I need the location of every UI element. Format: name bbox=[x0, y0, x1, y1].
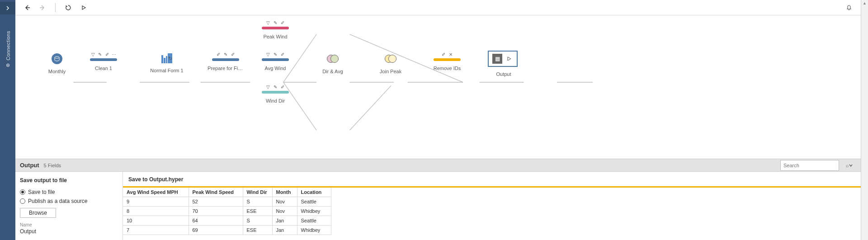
table-cell: ESE bbox=[243, 207, 272, 216]
bell-icon bbox=[846, 5, 852, 11]
panel-collapse-button[interactable] bbox=[845, 160, 856, 171]
sidebar-expand-toggle[interactable] bbox=[0, 2, 15, 14]
radio-icon bbox=[20, 189, 25, 195]
node-toolbar: ✐ ✎ ✐ bbox=[208, 52, 244, 57]
table-row[interactable]: 952SNovSeattle bbox=[123, 197, 331, 207]
column-header[interactable]: Location bbox=[297, 188, 331, 197]
node-toolbar: ▽ ✎ ✐ bbox=[262, 84, 289, 90]
arrow-left-icon bbox=[24, 5, 30, 11]
rename-icon: ✎ bbox=[272, 20, 278, 26]
more-icon: ⋯ bbox=[111, 52, 118, 57]
node-label: Dir & Avg bbox=[317, 69, 349, 74]
chevron-up-icon: ▲ bbox=[863, 1, 867, 5]
remove-icon: ✕ bbox=[448, 52, 454, 57]
column-header[interactable]: Wind Dir bbox=[243, 188, 272, 197]
panel-body: Save output to file Save to file Publish… bbox=[15, 172, 861, 240]
browse-button[interactable]: Browse bbox=[20, 208, 56, 218]
vertical-scrollbar[interactable]: ▲ bbox=[861, 0, 868, 240]
column-header[interactable]: Peak Wind Speed bbox=[189, 188, 243, 197]
node-toolbar: ▽ ✎ ✐ bbox=[262, 20, 289, 26]
output-panel: Output 5 Fields ⌕ Save output to file Sa… bbox=[15, 159, 861, 240]
toolbar bbox=[15, 0, 861, 15]
edit-icon: ✐ bbox=[104, 52, 110, 57]
preview-title: Save to Output.hyper bbox=[123, 172, 861, 186]
column-header[interactable]: Avg Wind Speed MPH bbox=[123, 188, 189, 197]
node-bar bbox=[90, 58, 117, 61]
node-label: Peak Wind bbox=[262, 34, 289, 39]
node-clean1[interactable]: ▽ ✎ ✐ ⋯ Clean 1 bbox=[90, 52, 117, 71]
node-dir-avg[interactable]: Dir & Avg bbox=[317, 53, 349, 74]
connections-sidebar: ⊕ Connections bbox=[0, 0, 15, 240]
filter-icon: ▽ bbox=[265, 20, 271, 26]
play-icon bbox=[81, 5, 86, 10]
column-header[interactable]: Month bbox=[272, 188, 297, 197]
filter-icon: ▽ bbox=[265, 84, 271, 90]
chevron-down-icon bbox=[849, 163, 853, 168]
node-bar bbox=[212, 58, 239, 61]
rename-icon: ✎ bbox=[222, 52, 229, 57]
node-label: Clean 1 bbox=[90, 66, 117, 71]
node-monthly[interactable]: Monthly bbox=[43, 53, 71, 74]
radio-save-to-file[interactable]: Save to file bbox=[20, 189, 118, 195]
node-wind-dir[interactable]: ▽ ✎ ✐ Wind Dir bbox=[262, 84, 289, 104]
table-row[interactable]: 870ESENovWhidbey bbox=[123, 207, 331, 216]
output-node-box: ▦ bbox=[488, 51, 518, 67]
edit-icon: ✐ bbox=[215, 52, 222, 57]
panel-title: Output bbox=[20, 162, 39, 169]
radio-label: Publish as a data source bbox=[28, 198, 87, 204]
table-cell: ESE bbox=[243, 226, 272, 235]
node-bar bbox=[262, 91, 289, 94]
node-prepare[interactable]: ✐ ✎ ✐ Prepare for Filt... bbox=[208, 52, 244, 71]
node-avg-wind[interactable]: ▽ ✎ ✐ Avg Wind bbox=[262, 52, 289, 71]
node-normal-form[interactable]: ↻ Normal Form 1 bbox=[149, 53, 185, 73]
radio-label: Save to file bbox=[28, 189, 55, 195]
node-peak-wind[interactable]: ▽ ✎ ✐ Peak Wind bbox=[262, 20, 289, 39]
rename-icon: ✎ bbox=[272, 84, 278, 90]
table-row[interactable]: 769ESEJanWhidbey bbox=[123, 226, 331, 235]
preview-table: Avg Wind Speed MPHPeak Wind SpeedWind Di… bbox=[123, 188, 331, 235]
output-config: Save output to file Save to file Publish… bbox=[15, 172, 123, 240]
forward-button[interactable] bbox=[37, 2, 48, 13]
table-cell: S bbox=[243, 216, 272, 226]
search-box[interactable]: ⌕ bbox=[780, 160, 839, 171]
node-label: Normal Form 1 bbox=[149, 68, 185, 73]
node-remove-ids[interactable]: ✐ ✕ Remove IDs bbox=[431, 52, 463, 71]
table-cell: 69 bbox=[189, 226, 243, 235]
table-cell: 8 bbox=[123, 207, 189, 216]
edit-icon: ✐ bbox=[279, 52, 286, 57]
refresh-icon bbox=[65, 5, 71, 11]
table-cell: 9 bbox=[123, 197, 189, 207]
name-field-label: Name bbox=[20, 222, 118, 227]
node-label: Prepare for Filt... bbox=[208, 66, 244, 71]
node-label: Remove IDs bbox=[431, 66, 463, 71]
radio-publish-data-source[interactable]: Publish as a data source bbox=[20, 198, 118, 204]
notifications-button[interactable] bbox=[844, 2, 854, 13]
arrow-right-icon bbox=[39, 5, 46, 11]
plus-icon: ⊕ bbox=[5, 63, 11, 67]
table-cell: 70 bbox=[189, 207, 243, 216]
edit-icon: ✐ bbox=[440, 52, 447, 57]
run-flow-button[interactable] bbox=[78, 2, 89, 13]
panel-header: Output 5 Fields ⌕ bbox=[15, 159, 861, 172]
sidebar-label: ⊕ Connections bbox=[5, 31, 11, 67]
table-cell: Nov bbox=[272, 207, 297, 216]
back-button[interactable] bbox=[22, 2, 33, 13]
search-input[interactable] bbox=[783, 163, 846, 168]
table-row[interactable]: 1064SJanSeattle bbox=[123, 216, 331, 226]
venn-icon bbox=[327, 53, 339, 64]
node-toolbar: ▽ ✎ ✐ ⋯ bbox=[90, 52, 117, 57]
flow-canvas[interactable]: Monthly ▽ ✎ ✐ ⋯ Clean 1 ↻ Normal Form 1 bbox=[15, 15, 861, 159]
venn-icon bbox=[385, 53, 396, 64]
node-toolbar: ▽ ✎ ✐ bbox=[262, 52, 289, 57]
node-label: Join Peak bbox=[375, 69, 406, 74]
node-output[interactable]: ▦ Output bbox=[488, 51, 519, 77]
radio-icon bbox=[20, 198, 25, 204]
table-cell: Seattle bbox=[297, 197, 331, 207]
refresh-button[interactable] bbox=[63, 2, 74, 13]
config-heading: Save output to file bbox=[20, 177, 118, 184]
table-cell: Seattle bbox=[297, 216, 331, 226]
run-output-button[interactable] bbox=[505, 55, 513, 63]
toolbar-divider bbox=[55, 3, 56, 12]
panel-subtitle: 5 Fields bbox=[44, 163, 61, 168]
node-join-peak[interactable]: Join Peak bbox=[375, 53, 406, 74]
